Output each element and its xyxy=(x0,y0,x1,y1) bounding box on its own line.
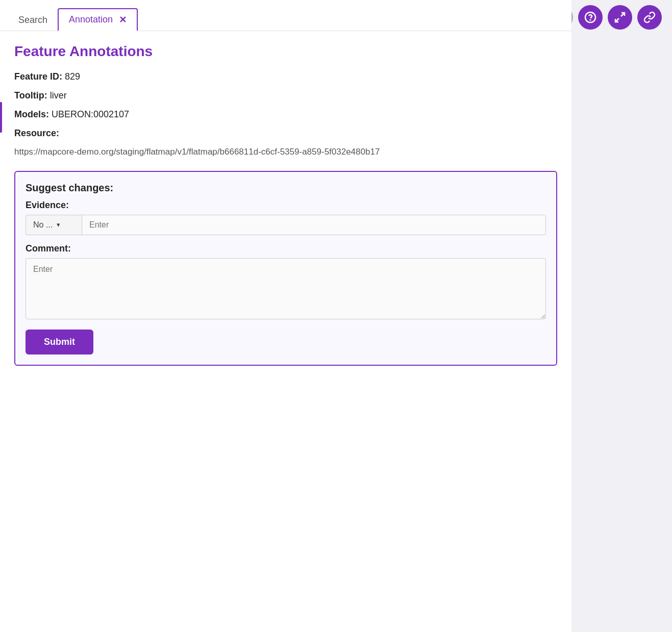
comment-label: Comment: xyxy=(26,243,546,254)
tab-close-button[interactable]: ✕ xyxy=(119,15,127,24)
tooltip-row: Tooltip: liver xyxy=(14,89,557,103)
evidence-select[interactable]: No ... ▾ xyxy=(26,215,82,235)
left-accent xyxy=(0,102,2,133)
models-row: Models: UBERON:0002107 xyxy=(14,108,557,121)
link-icon[interactable] xyxy=(637,5,662,30)
feature-info: Feature ID: 829 Tooltip: liver Models: U… xyxy=(14,70,557,159)
tooltip-value: liver xyxy=(50,90,67,100)
panel-title: Feature Annotations xyxy=(14,43,557,60)
models-value: UBERON:0002107 xyxy=(52,109,129,119)
expand-icon[interactable] xyxy=(608,5,632,30)
tab-bar: Search Annotation ✕ xyxy=(0,0,571,31)
evidence-select-value: No ... xyxy=(33,220,53,230)
models-label: Models: xyxy=(14,109,49,119)
chevron-down-icon: ▾ xyxy=(57,221,60,229)
suggest-title: Suggest changes: xyxy=(26,182,546,194)
resource-label: Resource: xyxy=(14,128,59,138)
evidence-label: Evidence: xyxy=(26,200,546,211)
side-panel: Search Annotation ✕ Feature Annotations … xyxy=(0,0,571,632)
resource-row: Resource: xyxy=(14,127,557,140)
tab-search[interactable]: Search xyxy=(8,10,58,31)
submit-button[interactable]: Submit xyxy=(26,330,93,355)
tab-annotation[interactable]: Annotation ✕ xyxy=(58,8,138,31)
panel-content: Feature Annotations Feature ID: 829 Tool… xyxy=(0,31,571,632)
resource-url: https://mapcore-demo.org/staging/flatmap… xyxy=(14,145,557,159)
feature-id-value: 829 xyxy=(65,71,80,82)
evidence-row: No ... ▾ xyxy=(26,215,546,235)
evidence-input[interactable] xyxy=(82,215,546,235)
svg-point-4 xyxy=(590,20,591,20)
feature-id-row: Feature ID: 829 xyxy=(14,70,557,84)
suggest-changes-box: Suggest changes: Evidence: No ... ▾ Comm… xyxy=(14,171,557,366)
help-icon[interactable] xyxy=(578,5,603,30)
tooltip-label: Tooltip: xyxy=(14,90,47,100)
feature-id-label: Feature ID: xyxy=(14,71,62,82)
comment-textarea[interactable] xyxy=(26,258,546,319)
